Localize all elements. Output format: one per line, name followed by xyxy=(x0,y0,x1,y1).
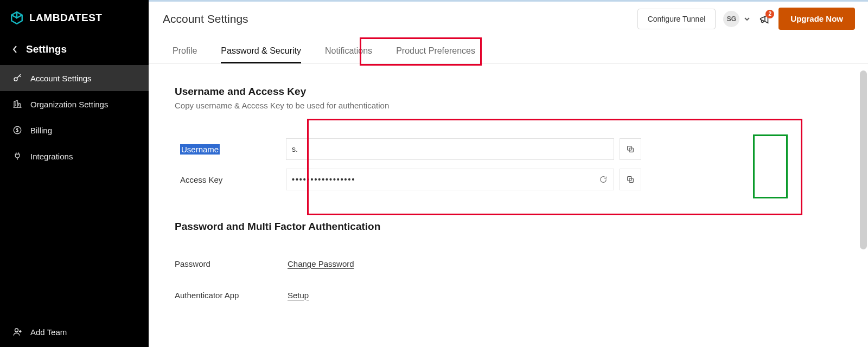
copy-icon xyxy=(626,145,635,153)
topbar: Account Settings Configure Tunnel SG 2 U… xyxy=(149,0,868,36)
configure-tunnel-button[interactable]: Configure Tunnel xyxy=(637,9,716,29)
brand: LAMBDATEST xyxy=(0,0,149,36)
svg-point-0 xyxy=(14,78,17,81)
username-row: Username s. xyxy=(180,134,641,164)
tab-profile[interactable]: Profile xyxy=(173,46,197,63)
add-team-label: Add Team xyxy=(30,327,67,337)
brand-name: LAMBDATEST xyxy=(29,12,102,24)
plug-icon xyxy=(12,151,23,162)
regenerate-key-button[interactable] xyxy=(597,174,609,185)
sidebar-item-integrations[interactable]: Integrations xyxy=(0,143,149,169)
password-row: Password Change Password xyxy=(175,248,868,279)
notifications-button[interactable]: 2 xyxy=(759,13,771,25)
sidebar-item-billing[interactable]: Billing xyxy=(0,117,149,143)
change-password-link[interactable]: Change Password xyxy=(288,259,354,268)
user-menu-caret[interactable] xyxy=(744,16,750,22)
tab-password-security[interactable]: Password & Security xyxy=(221,46,301,63)
sidebar-item-account-settings[interactable]: Account Settings xyxy=(0,65,149,91)
password-label: Password xyxy=(175,259,288,268)
copy-accesskey-button[interactable] xyxy=(620,169,641,190)
add-team-button[interactable]: Add Team xyxy=(0,318,149,347)
keys-subtitle: Copy username & Access Key to be used fo… xyxy=(175,101,868,110)
accesskey-value: ••••••••••••••••• xyxy=(292,175,355,184)
username-field[interactable]: s. xyxy=(286,138,614,160)
content: Username and Access Key Copy username & … xyxy=(149,64,868,347)
section-mfa: Password and Multi Factor Authentication… xyxy=(175,221,868,311)
sidebar-item-label: Organization Settings xyxy=(30,100,108,109)
key-icon xyxy=(12,73,23,83)
chevron-left-icon xyxy=(12,45,18,54)
tabs: Profile Password & Security Notification… xyxy=(149,36,868,64)
sidebar-items: Account Settings Organization Settings B… xyxy=(0,65,149,169)
avatar[interactable]: SG xyxy=(723,11,739,27)
copy-username-button[interactable] xyxy=(620,138,641,160)
brand-logo-icon xyxy=(10,11,24,25)
upgrade-button[interactable]: Upgrade Now xyxy=(778,8,855,30)
scrollbar[interactable] xyxy=(860,70,867,249)
keys-title: Username and Access Key xyxy=(175,86,868,98)
sidebar-title: Settings xyxy=(26,43,67,55)
sidebar-item-label: Integrations xyxy=(30,152,73,161)
authenticator-setup-link[interactable]: Setup xyxy=(288,291,309,300)
authenticator-label: Authenticator App xyxy=(175,291,288,300)
keys-box: Username s. Access Key ••••••••••••••••• xyxy=(175,124,647,198)
user-plus-icon xyxy=(12,326,23,337)
page-title: Account Settings xyxy=(163,12,248,25)
sidebar-item-label: Billing xyxy=(30,126,52,135)
sidebar: LAMBDATEST Settings Account Settings Org… xyxy=(0,0,149,347)
svg-point-2 xyxy=(15,329,18,332)
sidebar-item-label: Account Settings xyxy=(30,74,92,83)
tab-notifications[interactable]: Notifications xyxy=(325,46,372,63)
building-icon xyxy=(12,99,23,110)
accesskey-field[interactable]: ••••••••••••••••• xyxy=(286,169,614,190)
dollar-circle-icon xyxy=(12,125,23,136)
notification-badge: 2 xyxy=(765,10,774,18)
refresh-icon xyxy=(599,175,608,184)
tab-product-preferences[interactable]: Product Preferences xyxy=(396,46,475,63)
copy-icon xyxy=(626,175,635,184)
accesskey-label: Access Key xyxy=(180,175,286,184)
sidebar-item-organization-settings[interactable]: Organization Settings xyxy=(0,91,149,117)
username-value: s. xyxy=(292,145,298,153)
username-label: Username xyxy=(180,145,286,154)
authenticator-row: Authenticator App Setup xyxy=(175,279,868,311)
mfa-title: Password and Multi Factor Authentication xyxy=(175,221,868,233)
section-keys: Username and Access Key Copy username & … xyxy=(175,86,868,198)
sidebar-back[interactable]: Settings xyxy=(0,36,149,65)
accesskey-row: Access Key ••••••••••••••••• xyxy=(180,164,641,195)
